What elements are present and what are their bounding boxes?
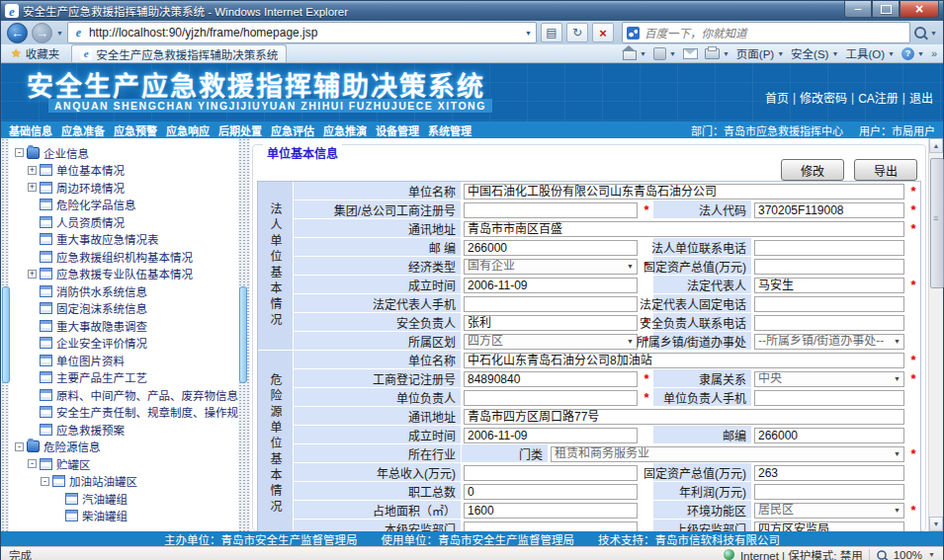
zoom-dropdown-icon[interactable]: ▼ xyxy=(928,551,935,558)
tree-item[interactable]: 人员资质情况 xyxy=(9,213,238,231)
page-menu[interactable]: 页面(P)▼ xyxy=(736,45,784,61)
search-box[interactable]: 百度一下，你就知道 xyxy=(622,22,910,43)
tree-item[interactable]: 应急救援预案 xyxy=(9,421,238,439)
print-dropdown-icon[interactable]: ▼ xyxy=(723,50,729,57)
tree-item[interactable]: 安全生产责任制、规章制度、操作规程信息 xyxy=(9,404,238,422)
home-dropdown-icon[interactable]: ▼ xyxy=(640,50,646,57)
form-input[interactable]: 马安生 xyxy=(754,278,904,293)
tree-item[interactable]: +应急救援专业队伍基本情况 xyxy=(9,266,238,283)
header-link[interactable]: 退出 xyxy=(909,89,933,106)
nav-item[interactable]: 设备管理 xyxy=(376,122,419,138)
form-input[interactable]: 中石化山东青岛石油分公司8加油站 xyxy=(464,353,904,368)
zoom-level[interactable]: 100% xyxy=(894,549,922,560)
form-select[interactable]: 租赁和商务服务业▼ xyxy=(551,446,904,462)
home-icon[interactable] xyxy=(623,50,637,60)
header-link[interactable]: CA注册 xyxy=(858,89,899,106)
nav-item[interactable]: 后期处置 xyxy=(218,122,262,138)
refresh-button[interactable]: ↻ xyxy=(566,23,588,42)
tree-item[interactable]: 企业安全评价情况 xyxy=(9,335,238,353)
form-select[interactable]: 国有企业▼ xyxy=(464,259,638,275)
form-select[interactable]: 四方区▼ xyxy=(464,334,638,350)
form-input[interactable]: 84890840 xyxy=(464,371,638,387)
export-button[interactable]: 导出 xyxy=(854,159,917,181)
form-input[interactable]: 1600 xyxy=(464,503,638,519)
form-input[interactable] xyxy=(754,296,904,312)
maximize-button[interactable] xyxy=(872,1,900,18)
history-dropdown-icon[interactable]: ▼ xyxy=(56,30,63,37)
help-icon[interactable]: ? xyxy=(901,47,914,60)
tree-expander-icon[interactable]: + xyxy=(28,270,37,279)
form-input[interactable]: 张利 xyxy=(464,315,638,331)
scrollbar-thumb[interactable] xyxy=(930,158,944,288)
tree-expander-icon[interactable]: + xyxy=(28,166,37,175)
tree-item[interactable]: +周边环境情况 xyxy=(9,179,238,197)
scroll-down-icon[interactable]: ▼ xyxy=(929,517,943,531)
form-input[interactable]: 青岛市市南区百盛 xyxy=(464,221,904,237)
splitter-handle[interactable] xyxy=(239,286,247,383)
form-input[interactable]: 370205F119008 xyxy=(754,202,904,218)
form-scrollbar[interactable]: ▲ ▼ xyxy=(928,138,943,531)
nav-item[interactable]: 基础信息 xyxy=(9,122,52,138)
tree-item[interactable]: 单位图片资料 xyxy=(9,352,238,369)
forward-button[interactable]: → xyxy=(32,23,52,43)
form-input[interactable] xyxy=(464,390,638,406)
tree-item[interactable]: 消防供水系统信息 xyxy=(9,282,238,300)
zoom-icon[interactable] xyxy=(877,550,887,560)
form-input[interactable]: 0 xyxy=(464,484,638,500)
form-select[interactable]: 中央▼ xyxy=(754,371,904,387)
tree-expander-icon[interactable]: + xyxy=(28,183,37,192)
form-input[interactable]: 中国石油化工股份有限公司山东青岛石油分公司 xyxy=(464,184,904,200)
form-input[interactable]: 2006-11-09 xyxy=(464,428,638,443)
form-input[interactable]: 263 xyxy=(754,465,904,481)
form-input[interactable] xyxy=(464,465,638,481)
header-link[interactable]: 首页 xyxy=(765,89,789,106)
mail-icon[interactable] xyxy=(683,48,698,59)
form-input[interactable] xyxy=(754,390,904,406)
print-icon[interactable] xyxy=(705,48,720,59)
form-input[interactable] xyxy=(464,296,638,312)
left-splitter[interactable] xyxy=(1,138,9,531)
tree-expander-icon[interactable]: - xyxy=(41,477,49,486)
form-input[interactable]: 四方区安监局 xyxy=(754,521,904,532)
nav-item[interactable]: 应急预警 xyxy=(114,122,157,138)
feed-dropdown-icon[interactable]: ▼ xyxy=(669,50,676,57)
address-dropdown-icon[interactable]: ▼ xyxy=(525,30,532,37)
tree-expander-icon[interactable]: - xyxy=(28,459,37,468)
modify-button[interactable]: 修改 xyxy=(781,159,844,181)
form-input[interactable] xyxy=(754,259,904,275)
tools-menu[interactable]: 工具(O)▼ xyxy=(845,45,895,61)
header-link[interactable]: 修改密码 xyxy=(800,89,847,106)
minimize-button[interactable]: – xyxy=(844,1,872,18)
tree-expander-icon[interactable]: - xyxy=(15,148,24,157)
tree-item[interactable]: -贮罐区 xyxy=(9,455,238,473)
nav-item[interactable]: 应急准备 xyxy=(61,122,105,138)
form-select[interactable]: --所属乡镇/街道办事处--▼ xyxy=(754,334,904,350)
tree-expander-icon[interactable]: - xyxy=(15,442,24,451)
search-options-icon[interactable]: ▼ xyxy=(930,30,937,37)
overflow-chevron[interactable]: » xyxy=(931,47,937,59)
form-input[interactable] xyxy=(754,240,904,256)
security-menu[interactable]: 安全(S)▼ xyxy=(791,45,838,61)
tree-item[interactable]: 主要产品生产工艺 xyxy=(9,369,238,387)
form-input[interactable]: 青岛市四方区周口路77号 xyxy=(464,409,904,425)
nav-item[interactable]: 应急推演 xyxy=(323,122,367,138)
form-input[interactable]: 266000 xyxy=(754,428,904,443)
form-input[interactable] xyxy=(754,315,904,331)
close-button[interactable]: × xyxy=(900,1,939,18)
tree-splitter[interactable] xyxy=(238,138,250,531)
tree-item[interactable]: 应急救援组织机构基本情况 xyxy=(9,248,238,266)
stop-button[interactable]: × xyxy=(592,23,614,42)
nav-item[interactable]: 应急评估 xyxy=(271,122,314,138)
tree-item[interactable]: 重大事故隐患调查 xyxy=(9,317,238,335)
form-input[interactable] xyxy=(464,202,638,218)
form-select[interactable]: 居民区▼ xyxy=(754,503,904,519)
address-bar[interactable]: e http://localhost:90/yjzh/frame/homepag… xyxy=(67,22,537,43)
tree-item[interactable]: 柴油罐组 xyxy=(9,508,238,525)
tree-item[interactable]: 危险化学品信息 xyxy=(9,197,238,214)
scroll-up-icon[interactable]: ▲ xyxy=(929,138,943,153)
form-input[interactable]: 266000 xyxy=(464,240,638,256)
nav-item[interactable]: 系统管理 xyxy=(428,122,472,138)
tree-item[interactable]: 重大事故应急情况表 xyxy=(9,231,238,249)
form-input[interactable]: 2006-11-09 xyxy=(464,278,638,293)
favorites-button[interactable]: ★ 收藏夹 xyxy=(5,45,65,61)
